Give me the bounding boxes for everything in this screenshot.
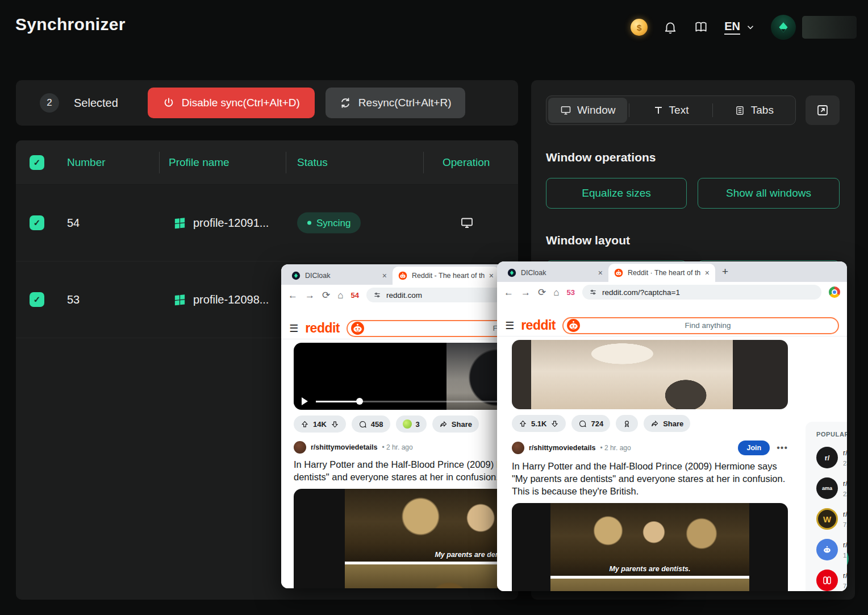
row-checkbox[interactable]: ✓ (30, 215, 44, 230)
table-row[interactable]: ✓ 54 profile-12091... Syncing (16, 185, 518, 261)
browser-window-53[interactable]: DICloak × Reddit · The heart of the inte… (497, 261, 847, 591)
post-image[interactable]: My parents are dentists. (512, 503, 788, 591)
browser-tab-dicloak[interactable]: DICloak × (502, 264, 608, 282)
docs-book-icon[interactable] (693, 20, 709, 35)
site-settings-icon (373, 291, 381, 299)
tab-tabs[interactable]: Tabs (715, 98, 794, 123)
column-divider (286, 152, 286, 173)
forward-icon[interactable]: → (521, 288, 531, 297)
windows-os-icon (173, 217, 186, 230)
new-tab-icon[interactable]: + (722, 265, 728, 278)
post-title[interactable]: In Harry Potter and the Half-Blood Princ… (512, 460, 788, 498)
home-icon[interactable]: ⌂ (337, 290, 343, 300)
reddit-header: ☰ reddit Find anything (497, 315, 847, 336)
community-icon: r/ (816, 447, 838, 468)
tabs-list-icon (735, 105, 745, 116)
join-button[interactable]: Join (738, 441, 770, 455)
row-number: 53 (67, 293, 80, 306)
comment-icon (358, 420, 367, 429)
reddit-logo[interactable]: reddit (521, 318, 556, 333)
mode-tabs: Window Text Tabs (546, 95, 796, 125)
close-tab-icon[interactable]: × (489, 271, 494, 280)
awards-pill[interactable] (616, 415, 638, 432)
profile-number-badge: 53 (567, 288, 575, 297)
windows-os-icon (173, 293, 186, 306)
row-checkbox[interactable]: ✓ (30, 292, 44, 307)
bell-icon[interactable] (663, 20, 678, 35)
community-item[interactable]: r/N7,8 (816, 570, 847, 591)
close-tab-icon[interactable]: × (382, 271, 387, 280)
upvote-icon (519, 419, 527, 428)
language-selector[interactable]: EN (724, 20, 756, 35)
column-number[interactable]: Number (67, 140, 106, 184)
comments-pill[interactable]: 724 (571, 415, 610, 432)
movie-scene-frame-2 (550, 579, 749, 591)
pop-out-button[interactable] (806, 95, 840, 125)
row-profile: profile-12091... (173, 217, 269, 230)
upvote-icon (301, 420, 309, 429)
forward-icon[interactable]: → (305, 290, 315, 300)
table-header: ✓ Number Profile name Status Operation (16, 140, 518, 185)
subreddit-avatar[interactable] (294, 441, 306, 454)
browser-tab-reddit[interactable]: Reddit · The heart of the interne × (608, 264, 715, 282)
reload-icon[interactable]: ⟳ (538, 288, 546, 297)
coin-icon[interactable] (631, 19, 648, 36)
avatar[interactable] (771, 15, 796, 40)
share-pill[interactable]: Share (644, 415, 690, 432)
equalize-sizes-button[interactable]: Equalize sizes (546, 178, 687, 209)
home-icon[interactable]: ⌂ (553, 288, 559, 297)
disable-sync-button[interactable]: Disable sync(Ctrl+Alt+D) (148, 88, 315, 118)
close-tab-icon[interactable]: × (598, 268, 603, 277)
open-window-icon[interactable] (460, 216, 474, 230)
community-item[interactable]: W r/c715 (816, 508, 847, 530)
selection-toolbar: 2 Selected Disable sync(Ctrl+Alt+D) Resy… (16, 80, 518, 126)
language-label: EN (724, 20, 740, 35)
address-bar[interactable]: reddit.com/?captcha=1 (582, 285, 821, 300)
vote-pill[interactable]: 14K (294, 415, 346, 433)
progress-knob[interactable] (356, 398, 363, 405)
back-icon[interactable]: ← (504, 288, 514, 297)
text-icon (653, 105, 663, 115)
column-status[interactable]: Status (297, 140, 328, 184)
post-options-icon[interactable]: ••• (777, 443, 788, 453)
browser-profile-icon[interactable] (829, 286, 840, 298)
subreddit-avatar[interactable] (512, 442, 524, 454)
selected-label: Selected (74, 97, 118, 110)
community-item[interactable]: r/In1,0 (816, 539, 847, 560)
popular-communities-sidebar: POPULAR CO r/ r/e23, ama r/IA22, W r/c71… (806, 422, 847, 591)
share-pill[interactable]: Share (432, 415, 479, 433)
column-profile[interactable]: Profile name (169, 140, 229, 184)
column-operation[interactable]: Operation (443, 140, 490, 184)
community-item[interactable]: r/ r/e23, (816, 447, 847, 468)
community-icon (816, 539, 838, 560)
reload-icon[interactable]: ⟳ (322, 290, 330, 300)
subreddit-name[interactable]: r/shittymoviedetails (311, 443, 377, 451)
reddit-search-bar[interactable]: Find anything (562, 317, 839, 334)
reddit-logo[interactable]: reddit (305, 321, 340, 336)
community-icon (816, 570, 838, 591)
comments-pill[interactable]: 458 (352, 415, 390, 433)
menu-icon[interactable]: ☰ (289, 322, 298, 335)
tab-text[interactable]: Text (631, 98, 710, 123)
selected-count-badge: 2 (40, 93, 59, 113)
community-item[interactable]: ama r/IA22, (816, 477, 847, 499)
column-divider (159, 152, 160, 173)
vote-pill[interactable]: 5.1K (512, 415, 566, 432)
back-icon[interactable]: ← (288, 290, 298, 300)
column-divider (423, 152, 424, 173)
select-all-checkbox[interactable]: ✓ (30, 155, 44, 170)
chevron-down-icon (745, 22, 756, 32)
subreddit-name[interactable]: r/shittymoviedetails (529, 444, 595, 452)
tab-window[interactable]: Window (548, 98, 627, 123)
reddit-favicon (398, 271, 407, 280)
share-icon (439, 420, 448, 429)
video-post[interactable] (512, 340, 788, 409)
browser-tab-dicloak[interactable]: DICloak × (286, 267, 393, 285)
menu-icon[interactable]: ☰ (505, 319, 514, 332)
show-all-windows-button[interactable]: Show all windows (698, 178, 840, 209)
awards-pill[interactable]: 3 (396, 415, 427, 433)
browser-tab-reddit[interactable]: Reddit - The heart of the interne × (393, 267, 499, 285)
close-tab-icon[interactable]: × (705, 268, 710, 277)
play-icon[interactable] (302, 397, 308, 405)
resync-button[interactable]: Resync(Ctrl+Alt+R) (326, 88, 465, 118)
